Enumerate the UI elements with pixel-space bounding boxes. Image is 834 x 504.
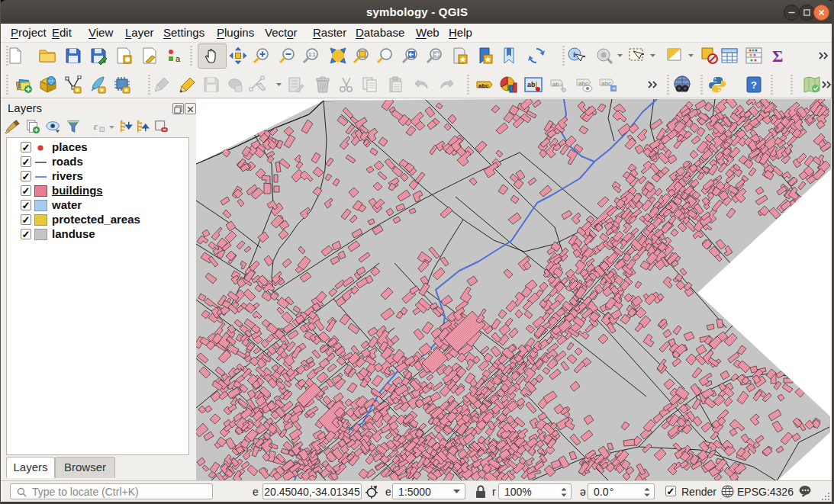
svg-text:1:1: 1:1: [308, 52, 316, 57]
svg-text:Σ: Σ: [772, 47, 783, 65]
svg-text:abc: abc: [478, 82, 489, 89]
svg-text:abc: abc: [601, 80, 611, 87]
svg-text:?: ?: [751, 79, 757, 91]
svg-text:ε: ε: [94, 121, 98, 132]
svg-text:ab: ab: [552, 81, 559, 88]
svg-text:a: a: [175, 54, 181, 63]
svg-text:ab: ab: [527, 81, 536, 88]
